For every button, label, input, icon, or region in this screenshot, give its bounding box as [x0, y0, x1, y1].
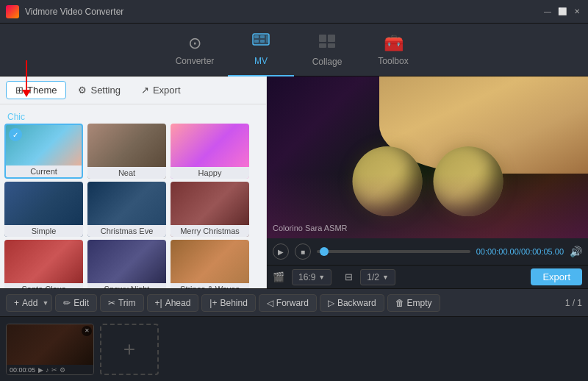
nav-collage[interactable]: Collage — [294, 24, 360, 76]
export-button[interactable]: Export — [531, 268, 582, 285]
theme-current-label: Current — [6, 165, 82, 177]
nav-collage-label: Collage — [312, 57, 343, 67]
timeline: ✕ 00:00:05 ▶ ♪ ✂ ⚙ + — [0, 316, 588, 381]
theme-current[interactable]: ✓ Current — [4, 124, 83, 179]
behind-button[interactable]: |+ Behind — [201, 294, 256, 312]
svg-rect-2 — [254, 35, 259, 38]
forward-label: Forward — [276, 298, 309, 308]
theme-santa-claus-label: Santa Claus — [4, 283, 83, 288]
time-display: 00:00:00.00/00:00:05.00 — [476, 247, 564, 256]
fraction-selector[interactable]: 1/2 ▼ — [360, 269, 395, 285]
window-controls[interactable]: — ⬜ ✕ — [542, 7, 582, 17]
aspect-ratio-chevron: ▼ — [318, 274, 325, 281]
section-chic-label: Chic — [4, 109, 262, 124]
theme-snowy-night[interactable]: Snowy Night — [87, 240, 166, 288]
progress-dot[interactable] — [320, 247, 329, 256]
mv-icon — [252, 32, 270, 53]
svg-rect-6 — [266, 35, 269, 43]
progress-bar[interactable] — [317, 250, 470, 253]
trim-label: Trim — [118, 298, 136, 308]
edit-button[interactable]: ✏ Edit — [55, 294, 97, 312]
theme-christmas-eve[interactable]: Christmas Eve — [87, 182, 166, 237]
clip-play-icon[interactable]: ▶ — [38, 366, 43, 374]
forward-icon: ◁ — [267, 298, 273, 308]
theme-grid: Chic ✓ Current Neat Happy Simple — [0, 104, 266, 288]
aspect-ratio-selector[interactable]: 16:9 ▼ — [292, 269, 331, 285]
timeline-clip[interactable]: ✕ 00:00:05 ▶ ♪ ✂ ⚙ — [6, 324, 94, 375]
page-count: 1 / 1 — [565, 298, 582, 308]
theme-merry-christmas[interactable]: Merry Christmas — [171, 182, 249, 237]
svg-rect-5 — [260, 40, 265, 43]
tab-theme[interactable]: ⊞ Theme — [6, 81, 66, 99]
close-button[interactable]: ✕ — [572, 7, 582, 17]
add-button[interactable]: + Add ▼ — [6, 294, 52, 312]
svg-rect-8 — [328, 35, 335, 42]
clip-close-button[interactable]: ✕ — [82, 326, 92, 336]
fraction-value: 1/2 — [367, 272, 379, 282]
tab-export[interactable]: ↗ Export — [132, 82, 190, 99]
right-panel: Colorino Sara ASMR ▶ ■ 00:00:00.00/00:00… — [267, 76, 588, 288]
behind-icon: |+ — [209, 298, 217, 308]
tab-setting[interactable]: ⚙ Setting — [69, 82, 129, 99]
nav-toolbox-label: Toolbox — [378, 56, 408, 66]
tab-setting-label: Setting — [90, 85, 120, 96]
add-label: Add — [22, 298, 37, 308]
theme-happy[interactable]: Happy — [171, 124, 249, 179]
fraction-chevron: ▼ — [382, 274, 389, 281]
left-panel: ⊞ Theme ⚙ Setting ↗ Export Chic ✓ Curren… — [0, 76, 267, 288]
selected-check: ✓ — [9, 128, 22, 141]
add-arrow: ▼ — [42, 299, 49, 307]
theme-santa-claus[interactable]: Santa Claus — [4, 240, 83, 288]
ahead-label: Ahead — [165, 298, 191, 308]
minimize-button[interactable]: — — [542, 7, 553, 17]
theme-row-3: Santa Claus Snowy Night Stripes & Waves — [4, 240, 262, 288]
svg-rect-9 — [319, 43, 326, 48]
theme-stripes-waves[interactable]: Stripes & Waves — [171, 240, 249, 288]
maximize-button[interactable]: ⬜ — [557, 7, 567, 17]
nav-toolbox[interactable]: 🧰 Toolbox — [360, 24, 426, 76]
forward-button[interactable]: ◁ Forward — [259, 294, 317, 312]
theme-stripes-waves-label: Stripes & Waves — [171, 283, 249, 288]
volume-icon[interactable]: 🔊 — [570, 246, 582, 257]
theme-tab-icon: ⊞ — [15, 85, 24, 96]
nav-converter[interactable]: ⊙ Converter — [162, 24, 228, 76]
preview-canvas — [267, 76, 588, 238]
player-controls: ▶ ■ 00:00:00.00/00:00:05.00 🔊 — [267, 238, 588, 265]
export-tab-icon: ↗ — [141, 85, 149, 96]
theme-merry-christmas-label: Merry Christmas — [171, 225, 249, 237]
theme-simple-label: Simple — [4, 225, 83, 237]
main-content: ⊞ Theme ⚙ Setting ↗ Export Chic ✓ Curren… — [0, 76, 588, 288]
clip-audio-icon[interactable]: ♪ — [46, 366, 49, 374]
app-logo — [6, 5, 19, 18]
theme-happy-label: Happy — [171, 167, 249, 179]
empty-button[interactable]: 🗑 Empty — [387, 294, 440, 312]
theme-row-1: ✓ Current Neat Happy — [4, 124, 262, 179]
backward-button[interactable]: ▷ Backward — [320, 294, 384, 312]
clip-trim-icon[interactable]: ✂ — [51, 366, 57, 374]
clip-settings-icon[interactable]: ⚙ — [60, 366, 65, 374]
trim-button[interactable]: ✂ Trim — [100, 294, 144, 312]
behind-label: Behind — [220, 298, 247, 308]
tab-export-label: Export — [153, 85, 181, 96]
clip-icon: 🎬 — [273, 271, 284, 282]
ratio-controls: 🎬 16:9 ▼ ⊟ 1/2 ▼ Export — [267, 265, 588, 288]
theme-simple[interactable]: Simple — [4, 182, 83, 237]
theme-row-2: Simple Christmas Eve Merry Christmas — [4, 182, 262, 237]
clip-footer: 00:00:05 ▶ ♪ ✂ ⚙ — [7, 365, 93, 375]
edit-icon: ✏ — [63, 298, 71, 308]
theme-snowy-night-label: Snowy Night — [87, 283, 166, 288]
nav-mv-label: MV — [254, 56, 268, 66]
backward-label: Backward — [337, 298, 376, 308]
clip-preview-thumb — [7, 324, 93, 365]
theme-christmas-eve-label: Christmas Eve — [87, 225, 166, 237]
ahead-button[interactable]: +| Ahead — [147, 294, 199, 312]
theme-neat[interactable]: Neat — [87, 124, 166, 179]
theme-neat-label: Neat — [87, 167, 166, 179]
add-clip-button[interactable]: + — [100, 324, 159, 375]
tab-theme-label: Theme — [27, 85, 57, 96]
nav-mv[interactable]: MV — [228, 24, 294, 76]
layout-icon: ⊟ — [345, 271, 353, 282]
play-button[interactable]: ▶ — [273, 243, 289, 260]
stop-button[interactable]: ■ — [295, 243, 311, 260]
clip-time: 00:00:05 — [10, 366, 35, 374]
